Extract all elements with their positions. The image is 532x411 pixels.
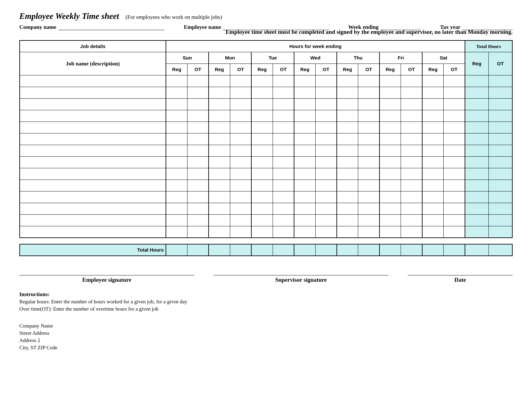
job-description-cell[interactable] [20,203,166,215]
reg-hours-cell[interactable] [337,226,358,238]
job-description-cell[interactable] [20,215,166,226]
reg-hours-cell[interactable] [380,75,401,87]
reg-hours-cell[interactable] [422,157,444,168]
ot-hours-cell[interactable] [187,215,209,226]
ot-hours-cell[interactable] [187,191,209,203]
job-description-cell[interactable] [20,98,166,110]
reg-hours-cell[interactable] [422,122,444,133]
ot-hours-cell[interactable] [401,87,422,98]
reg-hours-cell[interactable] [380,133,401,145]
ot-hours-cell[interactable] [273,110,294,122]
ot-hours-cell[interactable] [444,226,465,238]
reg-hours-cell[interactable] [337,110,358,122]
ot-hours-cell[interactable] [273,215,294,226]
ot-hours-cell[interactable] [230,168,251,180]
ot-hours-cell[interactable] [273,75,294,87]
reg-hours-cell[interactable] [166,215,187,226]
reg-hours-cell[interactable] [422,226,444,238]
ot-hours-cell[interactable] [230,203,251,215]
ot-hours-cell[interactable] [358,87,379,98]
ot-hours-cell[interactable] [230,226,251,238]
ot-hours-cell[interactable] [187,75,209,87]
reg-hours-cell[interactable] [422,98,444,110]
ot-hours-cell[interactable] [273,191,294,203]
reg-hours-cell[interactable] [422,133,444,145]
ot-hours-cell[interactable] [273,157,294,168]
ot-hours-cell[interactable] [444,203,465,215]
reg-hours-cell[interactable] [209,87,230,98]
reg-hours-cell[interactable] [209,122,230,133]
ot-hours-cell[interactable] [444,215,465,226]
ot-hours-cell[interactable] [273,133,294,145]
reg-hours-cell[interactable] [294,157,315,168]
ot-hours-cell[interactable] [187,98,209,110]
job-description-cell[interactable] [20,110,166,122]
reg-hours-cell[interactable] [380,203,401,215]
reg-hours-cell[interactable] [380,87,401,98]
reg-hours-cell[interactable] [209,226,230,238]
ot-hours-cell[interactable] [358,145,379,157]
ot-hours-cell[interactable] [230,133,251,145]
reg-hours-cell[interactable] [422,180,444,191]
ot-hours-cell[interactable] [187,110,209,122]
reg-hours-cell[interactable] [251,98,273,110]
ot-hours-cell[interactable] [444,98,465,110]
ot-hours-cell[interactable] [187,87,209,98]
ot-hours-cell[interactable] [358,203,379,215]
ot-hours-cell[interactable] [187,145,209,157]
ot-hours-cell[interactable] [401,98,422,110]
ot-hours-cell[interactable] [230,110,251,122]
job-description-cell[interactable] [20,226,166,238]
ot-hours-cell[interactable] [230,98,251,110]
reg-hours-cell[interactable] [209,191,230,203]
reg-hours-cell[interactable] [166,87,187,98]
reg-hours-cell[interactable] [251,87,273,98]
reg-hours-cell[interactable] [166,133,187,145]
reg-hours-cell[interactable] [251,75,273,87]
reg-hours-cell[interactable] [209,168,230,180]
ot-hours-cell[interactable] [401,168,422,180]
reg-hours-cell[interactable] [166,145,187,157]
ot-hours-cell[interactable] [358,157,379,168]
ot-hours-cell[interactable] [315,157,337,168]
reg-hours-cell[interactable] [294,145,315,157]
reg-hours-cell[interactable] [209,145,230,157]
ot-hours-cell[interactable] [401,133,422,145]
ot-hours-cell[interactable] [358,122,379,133]
ot-hours-cell[interactable] [444,87,465,98]
ot-hours-cell[interactable] [401,110,422,122]
ot-hours-cell[interactable] [230,145,251,157]
ot-hours-cell[interactable] [358,226,379,238]
ot-hours-cell[interactable] [273,122,294,133]
ot-hours-cell[interactable] [444,180,465,191]
ot-hours-cell[interactable] [187,157,209,168]
reg-hours-cell[interactable] [166,98,187,110]
ot-hours-cell[interactable] [315,191,337,203]
reg-hours-cell[interactable] [337,215,358,226]
reg-hours-cell[interactable] [337,75,358,87]
reg-hours-cell[interactable] [380,110,401,122]
reg-hours-cell[interactable] [294,215,315,226]
ot-hours-cell[interactable] [230,157,251,168]
reg-hours-cell[interactable] [166,157,187,168]
reg-hours-cell[interactable] [251,157,273,168]
reg-hours-cell[interactable] [337,145,358,157]
ot-hours-cell[interactable] [273,226,294,238]
reg-hours-cell[interactable] [422,110,444,122]
job-description-cell[interactable] [20,145,166,157]
ot-hours-cell[interactable] [358,191,379,203]
job-description-cell[interactable] [20,87,166,98]
reg-hours-cell[interactable] [337,133,358,145]
ot-hours-cell[interactable] [315,110,337,122]
ot-hours-cell[interactable] [315,145,337,157]
ot-hours-cell[interactable] [230,215,251,226]
ot-hours-cell[interactable] [315,75,337,87]
job-description-cell[interactable] [20,168,166,180]
reg-hours-cell[interactable] [380,226,401,238]
job-description-cell[interactable] [20,191,166,203]
reg-hours-cell[interactable] [294,226,315,238]
job-description-cell[interactable] [20,122,166,133]
reg-hours-cell[interactable] [294,98,315,110]
reg-hours-cell[interactable] [166,110,187,122]
ot-hours-cell[interactable] [315,180,337,191]
